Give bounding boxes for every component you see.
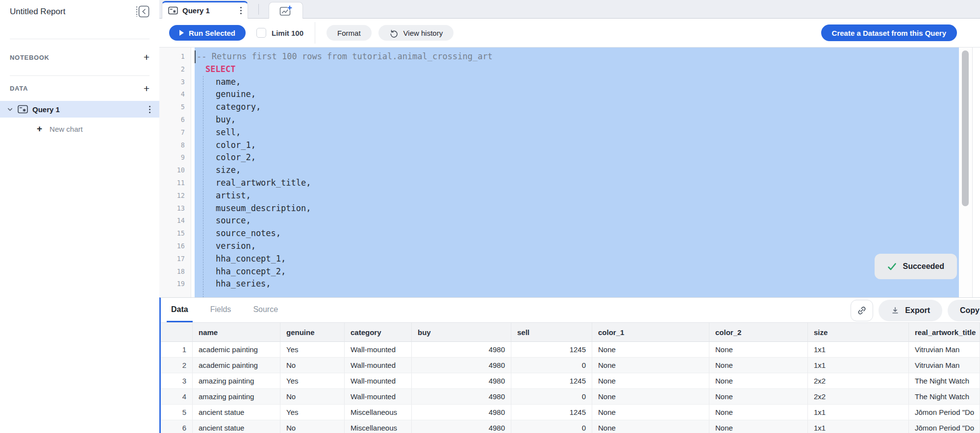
column-header-genuine[interactable]: genuine <box>280 323 345 342</box>
tab-data[interactable]: Data <box>167 298 193 322</box>
code-line[interactable]: category, <box>195 101 959 114</box>
sidebar-item-query-1[interactable]: Query 1 <box>0 101 159 118</box>
collapse-sidebar-icon[interactable] <box>135 5 151 20</box>
tab-source[interactable]: Source <box>249 298 282 322</box>
column-header-sell[interactable]: sell <box>511 323 592 342</box>
code-line[interactable]: museum_description, <box>195 202 959 215</box>
code-line[interactable]: source_notes, <box>195 227 959 240</box>
table-cell[interactable]: None <box>709 405 808 420</box>
table-cell[interactable]: Wall-mounted <box>345 389 412 405</box>
table-cell[interactable]: 4980 <box>412 420 511 433</box>
table-cell[interactable]: 4980 <box>412 405 511 420</box>
table-cell[interactable]: None <box>709 342 808 358</box>
table-cell[interactable]: Miscellaneous <box>345 420 412 433</box>
table-cell[interactable]: The Night Watch <box>909 373 980 389</box>
code-line[interactable]: -- Returns first 100 rows from tutorial.… <box>195 50 959 63</box>
table-cell[interactable]: Yes <box>280 342 345 358</box>
table-cell[interactable]: 1245 <box>511 373 592 389</box>
table-cell[interactable]: None <box>592 373 709 389</box>
tab-menu-kebab-icon[interactable] <box>239 5 243 16</box>
table-cell[interactable]: academic painting <box>193 342 280 358</box>
table-cell[interactable]: 4980 <box>412 389 511 405</box>
export-button[interactable]: Export <box>879 300 942 321</box>
code-line[interactable]: color_1, <box>195 139 959 152</box>
limit-100-toggle[interactable]: Limit 100 <box>256 28 303 38</box>
table-cell[interactable]: None <box>592 405 709 420</box>
column-header-size[interactable]: size <box>808 323 909 342</box>
row-number[interactable]: 2 <box>161 358 193 373</box>
table-cell[interactable]: Vitruvian Man <box>909 358 980 373</box>
table-cell[interactable]: 4980 <box>412 358 511 373</box>
add-notebook-cell-button[interactable]: + <box>144 52 150 62</box>
table-cell[interactable]: Wall-mounted <box>345 342 412 358</box>
sql-editor[interactable]: 12345678910111213141516171819 -- Returns… <box>159 48 980 297</box>
code-line[interactable]: buy, <box>195 114 959 126</box>
column-header-name[interactable]: name <box>193 323 280 342</box>
view-history-button[interactable]: View history <box>378 25 454 41</box>
table-cell[interactable]: No <box>280 420 345 433</box>
code-line[interactable]: color_2, <box>195 151 959 164</box>
table-cell[interactable]: amazing painting <box>193 389 280 405</box>
share-link-button[interactable] <box>851 300 873 321</box>
limit-checkbox[interactable] <box>256 28 266 38</box>
code-line[interactable]: genuine, <box>195 88 959 101</box>
chevron-down-icon[interactable] <box>7 106 13 113</box>
column-header-color_2[interactable]: color_2 <box>709 323 808 342</box>
scrollbar-thumb[interactable] <box>962 50 969 206</box>
table-cell[interactable]: Yes <box>280 405 345 420</box>
new-chart-button[interactable]: + New chart <box>0 122 159 135</box>
code-line[interactable]: size, <box>195 164 959 177</box>
row-number[interactable]: 3 <box>161 373 193 389</box>
table-cell[interactable]: 1245 <box>511 342 592 358</box>
report-title[interactable]: Untitled Report <box>10 6 65 17</box>
table-cell[interactable]: 1x1 <box>808 405 909 420</box>
add-data-button[interactable]: + <box>144 84 150 94</box>
row-number[interactable]: 4 <box>161 389 193 405</box>
table-cell[interactable]: 0 <box>511 420 592 433</box>
table-cell[interactable]: Jōmon Period "Do <box>909 405 980 420</box>
code-line[interactable]: sell, <box>195 126 959 139</box>
row-number[interactable]: 5 <box>161 405 193 420</box>
create-dataset-button[interactable]: Create a Dataset from this Query <box>821 24 957 41</box>
table-cell[interactable]: 1x1 <box>808 420 909 433</box>
table-cell[interactable]: 2x2 <box>808 373 909 389</box>
results-table[interactable]: namegenuinecategorybuysellcolor_1color_2… <box>161 323 980 433</box>
table-cell[interactable]: None <box>709 420 808 433</box>
table-cell[interactable]: The Night Watch <box>909 389 980 405</box>
table-cell[interactable]: Wall-mounted <box>345 358 412 373</box>
code-line[interactable]: artist, <box>195 190 959 202</box>
table-cell[interactable]: None <box>709 358 808 373</box>
column-header-color_1[interactable]: color_1 <box>592 323 709 342</box>
code-line[interactable]: version, <box>195 240 959 253</box>
code-line[interactable]: hha_concept_1, <box>195 253 959 265</box>
table-cell[interactable]: No <box>280 389 345 405</box>
row-number[interactable]: 1 <box>161 342 193 358</box>
run-selected-button[interactable]: Run Selected <box>169 25 246 41</box>
table-cell[interactable]: 0 <box>511 358 592 373</box>
row-number[interactable]: 6 <box>161 420 193 433</box>
query-menu-kebab-icon[interactable] <box>148 104 151 115</box>
table-cell[interactable]: No <box>280 358 345 373</box>
code-line[interactable]: hha_series, <box>195 278 959 290</box>
table-cell[interactable]: 1245 <box>511 405 592 420</box>
column-header-buy[interactable]: buy <box>412 323 511 342</box>
code-line[interactable]: hha_concept_2, <box>195 265 959 278</box>
table-cell[interactable]: None <box>709 389 808 405</box>
table-cell[interactable]: Vitruvian Man <box>909 342 980 358</box>
editor-scrollbar[interactable] <box>959 48 972 297</box>
table-cell[interactable]: Jōmon Period "Do <box>909 420 980 433</box>
table-cell[interactable]: 4980 <box>412 373 511 389</box>
format-button[interactable]: Format <box>327 25 372 41</box>
table-cell[interactable]: None <box>592 342 709 358</box>
table-cell[interactable]: 1x1 <box>808 342 909 358</box>
table-cell[interactable]: academic painting <box>193 358 280 373</box>
table-cell[interactable]: ancient statue <box>193 405 280 420</box>
tab-query-1[interactable]: Query 1 <box>162 1 248 19</box>
code-line[interactable]: name, <box>195 76 959 89</box>
table-cell[interactable]: 1x1 <box>808 358 909 373</box>
code-line[interactable]: real_artwork_title, <box>195 177 959 190</box>
tab-fields[interactable]: Fields <box>206 298 236 322</box>
table-cell[interactable]: None <box>709 373 808 389</box>
code-area[interactable]: -- Returns first 100 rows from tutorial.… <box>195 48 959 297</box>
table-cell[interactable]: Miscellaneous <box>345 405 412 420</box>
